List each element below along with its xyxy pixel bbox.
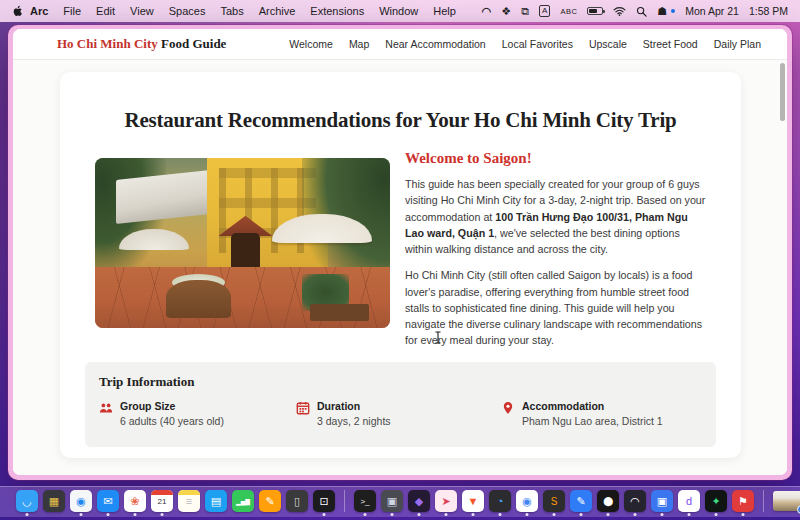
trip-item-group-size: Group Size 6 adults (40 years old) [99, 400, 296, 427]
menu-item-file[interactable]: File [63, 5, 81, 17]
trip-value: 3 days, 2 nights [317, 415, 391, 427]
dock-minimized-window-1[interactable] [773, 491, 800, 511]
trip-information-box: Trip Information Group Size [85, 362, 716, 447]
dock-launchpad-icon[interactable]: ▦ [43, 490, 65, 512]
dock-numbers-icon[interactable]: ▂▅▇ [232, 490, 254, 512]
trip-label: Duration [317, 400, 391, 412]
dock-chat-assistant-icon[interactable]: ⊡ [313, 490, 335, 512]
intro-paragraph-1: This guide has been specially created fo… [405, 176, 707, 257]
pin-icon [501, 401, 515, 415]
trip-information-title: Trip Information [99, 374, 702, 390]
trip-information-row: Group Size 6 adults (40 years old) [99, 400, 702, 427]
desktop: Arc File Edit View Spaces Tabs Archive E… [0, 0, 800, 520]
restaurant-photo [95, 158, 390, 328]
dock-screen-share-icon[interactable]: ▣ [381, 490, 403, 512]
scrollbar-thumb[interactable] [780, 63, 785, 121]
input-source-icon[interactable]: A [539, 5, 550, 17]
dock-keynote-icon[interactable]: ▤ [205, 490, 227, 512]
dock-bird-app-icon[interactable]: ➤ [435, 490, 457, 512]
dock-separator-2 [763, 490, 764, 512]
abc-icon[interactable]: ABC [560, 7, 577, 16]
dock-blue-notes-icon[interactable]: ✎ [570, 490, 592, 512]
notification-dot [671, 9, 675, 13]
page-content: Restaurant Recommendations for Your Ho C… [13, 60, 787, 475]
nav-street-food[interactable]: Street Food [643, 38, 698, 50]
page-title: Restaurant Recommendations for Your Ho C… [60, 108, 741, 133]
battery-icon[interactable] [587, 7, 603, 15]
nav-local-favorites[interactable]: Local Favorites [502, 38, 573, 50]
photo-planter [166, 280, 231, 317]
menu-item-view[interactable]: View [130, 5, 154, 17]
dock-red-app-icon[interactable]: ⚑ [732, 490, 754, 512]
menu-item-help[interactable]: Help [433, 5, 456, 17]
dock-brave-icon[interactable]: ▼ [462, 490, 484, 512]
menu-items: Arc File Edit View Spaces Tabs Archive E… [30, 5, 456, 17]
nav-near-accommodation[interactable]: Near Accommodation [385, 38, 485, 50]
dock-crystal-app-icon[interactable]: ◆ [408, 490, 430, 512]
trip-label: Accommodation [522, 400, 663, 412]
nav-map[interactable]: Map [349, 38, 369, 50]
welcome-heading: Welcome to Saigon! [405, 150, 707, 167]
dock-dark-green-app-icon[interactable]: ✦ [705, 490, 727, 512]
trip-item-accommodation: Accommodation Pham Ngu Lao area, Distric… [501, 400, 702, 427]
photo-door [231, 233, 261, 270]
trip-label: Group Size [120, 400, 224, 412]
browser-window: Ho Chi Minh City Food Guide Welcome Map … [8, 25, 792, 480]
menu-item-arc[interactable]: Arc [30, 5, 48, 17]
site-nav: Welcome Map Near Accommodation Local Fav… [289, 38, 761, 50]
dock-separator-1 [344, 490, 345, 512]
dock-sublime-text-icon[interactable]: S [543, 490, 565, 512]
trip-item-duration: Duration 3 days, 2 nights [296, 400, 501, 427]
dock-arc-icon[interactable]: ◠ [624, 490, 646, 512]
dock-blue-app-icon[interactable]: ▣ [651, 490, 673, 512]
menu-item-tabs[interactable]: Tabs [220, 5, 243, 17]
dock-dia-icon[interactable]: d [678, 490, 700, 512]
dock-mail-icon[interactable]: ✉ [97, 490, 119, 512]
photo-roof [116, 170, 210, 224]
nav-upscale[interactable]: Upscale [589, 38, 627, 50]
nav-welcome[interactable]: Welcome [289, 38, 333, 50]
dock-blue-browser-icon[interactable]: ◔ [489, 490, 511, 512]
menu-item-edit[interactable]: Edit [96, 5, 115, 17]
search-icon[interactable] [636, 6, 647, 17]
site-brand-red: Ho Chi Minh City [57, 36, 158, 51]
dock-safari-icon[interactable]: ◉ [70, 490, 92, 512]
dock-github-icon[interactable]: ⬤ [597, 490, 619, 512]
content-card: Restaurant Recommendations for Your Ho C… [60, 72, 741, 458]
browser-viewport: Ho Chi Minh City Food Guide Welcome Map … [13, 29, 787, 475]
user-icon[interactable]: ☗ [657, 6, 667, 17]
menu-date[interactable]: Mon Apr 21 [685, 5, 739, 17]
menu-bar: Arc File Edit View Spaces Tabs Archive E… [0, 0, 800, 22]
trip-value: 6 adults (40 years old) [120, 415, 224, 427]
screen-mirroring-icon[interactable]: ⧉ [521, 6, 529, 17]
apple-menu-icon[interactable] [12, 5, 24, 17]
calendar-icon [296, 401, 310, 415]
users-icon [99, 401, 113, 415]
dock-chrome-icon[interactable]: ◉ [516, 490, 538, 512]
dock-calendar-icon[interactable]: 21 [151, 490, 173, 512]
dock-pages-icon[interactable]: ✎ [259, 490, 281, 512]
dock: ◡▦◉✉❀21≡▤▂▅▇✎▯⊡>_▣◆➤▼◔◉S✎⬤◠▣d✦⚑ [0, 486, 800, 517]
dock-photos-icon[interactable]: ❀ [124, 490, 146, 512]
menu-item-extensions[interactable]: Extensions [310, 5, 364, 17]
arc-icon[interactable]: ◠ [482, 6, 492, 17]
shortcuts-icon[interactable]: ❖ [501, 6, 511, 17]
menu-item-archive[interactable]: Archive [259, 5, 296, 17]
status-tray: ◠ ❖ ⧉ A ABC ☗ Mon Apr 21 1:58 PM [482, 5, 788, 17]
site-header: Ho Chi Minh City Food Guide Welcome Map … [13, 29, 787, 60]
dock-iphone-mirroring-icon[interactable]: ▯ [286, 490, 308, 512]
nav-daily-plan[interactable]: Daily Plan [714, 38, 761, 50]
intro-paragraph-2: Ho Chi Minh City (still often called Sai… [405, 267, 707, 348]
wifi-icon[interactable] [613, 6, 626, 16]
dock-terminal-icon[interactable]: >_ [354, 490, 376, 512]
trip-value: Pham Ngu Lao area, District 1 [522, 415, 663, 427]
menu-item-spaces[interactable]: Spaces [169, 5, 206, 17]
menu-time[interactable]: 1:58 PM [749, 5, 788, 17]
menu-item-window[interactable]: Window [379, 5, 418, 17]
photo-table [310, 304, 369, 321]
site-brand-black: Food Guide [158, 36, 227, 51]
dock-notes-icon[interactable]: ≡ [178, 490, 200, 512]
site-brand[interactable]: Ho Chi Minh City Food Guide [57, 36, 226, 52]
dock-finder-icon[interactable]: ◡ [16, 490, 38, 512]
